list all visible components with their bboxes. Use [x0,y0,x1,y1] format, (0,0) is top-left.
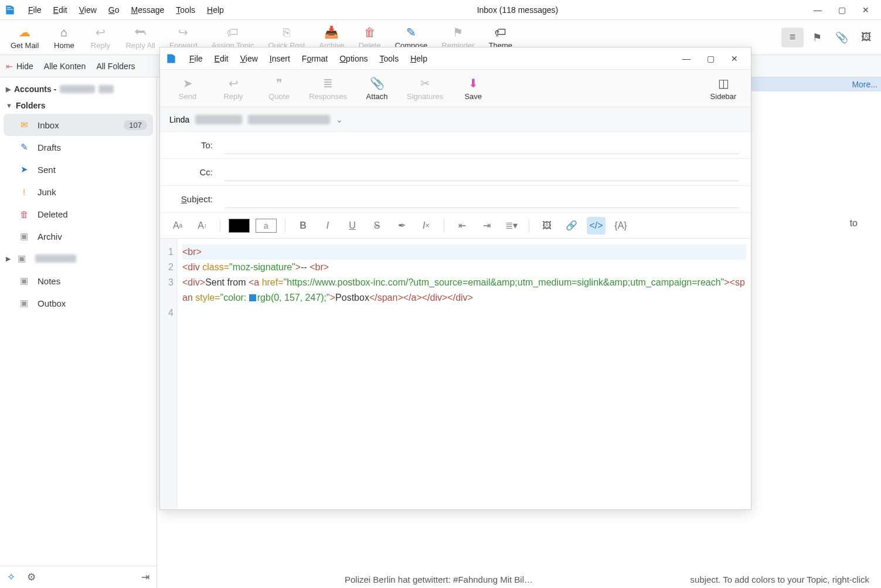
get-mail-label: Get Mail [11,41,39,50]
reply-icon: ↩ [96,25,106,40]
compose-menu-insert[interactable]: Insert [264,52,296,66]
window-title: Inbox (118 messages) [477,5,559,15]
reply-button[interactable]: ↩Reply [82,22,118,52]
attach-icon: 📎 [370,76,385,91]
compose-close-button[interactable]: ✕ [723,52,746,66]
bg-color-swatch[interactable]: a [256,219,277,233]
logout-icon[interactable]: ⇥ [141,571,149,583]
subject-input[interactable] [224,191,739,208]
cc-input[interactable] [224,164,739,181]
compose-menu-options[interactable]: Options [334,52,373,66]
format-toolbar: Aa A↕ a B I U S ✒ I× ⇤ ⇥ ≣▾ 🖼 🔗 </> {A} [160,213,751,239]
menu-file[interactable]: File [22,3,47,17]
attach-view-button[interactable]: 📎 [831,28,853,47]
home-button[interactable]: ⌂Home [46,22,82,52]
folders-header[interactable]: ▼ Folders [0,97,157,114]
hide-panel-button[interactable]: ⇤ Hide [6,62,33,71]
inbox-label: Inbox [38,120,59,130]
highlight-button[interactable]: ✒ [392,217,411,234]
compose-sidebar-button[interactable]: ◫ Sidebar [700,73,746,103]
compose-responses-button[interactable]: ≣Responses [302,73,354,103]
compose-menu-file[interactable]: File [183,52,209,66]
insert-link-button[interactable]: 🔗 [562,217,581,234]
get-mail-button[interactable]: ☁Get Mail [4,22,46,52]
outdent-button[interactable]: ⇤ [453,217,471,234]
folder-junk[interactable]: !Junk [0,181,157,203]
notes-label: Notes [38,276,60,286]
compose-toolbar: ➤Send↩Reply❞Quote≣Responses📎Attach✂Signa… [160,70,751,107]
image-view-button[interactable]: 🖼 [855,28,877,47]
folder-inbox[interactable]: ✉Inbox107 [4,114,153,136]
from-row[interactable]: Linda ⌄ [160,107,751,132]
folder-archiv[interactable]: ▣Archiv [0,225,157,247]
from-dropdown-icon[interactable]: ⌄ [336,115,343,124]
source-code-button[interactable]: </> [587,217,606,234]
folder-custom[interactable]: ▣ [0,247,82,270]
html-source-editor[interactable]: 1234 <br><div class="moz-signature">-- <… [160,239,751,509]
text-color-swatch[interactable] [229,219,250,233]
code-line-2[interactable]: <div class="moz-signature">-- <br> [182,260,746,275]
italic-button[interactable]: I [318,217,337,234]
code-line-1[interactable]: <br> [182,244,746,260]
folder-outbox[interactable]: ▣Outbox [0,292,157,314]
archiv-folder-icon: ▣ [18,230,30,243]
strike-button[interactable]: S [368,217,386,234]
folder-sent[interactable]: ➤Sent [0,158,157,181]
underline-button[interactable]: U [343,217,362,234]
compose-signatures-button[interactable]: ✂Signatures [400,73,450,103]
all-folders-filter[interactable]: All Folders [96,62,135,71]
menu-tools[interactable]: Tools [170,3,201,17]
insert-image-button[interactable]: 🖼 [538,217,556,234]
folder-deleted[interactable]: 🗑Deleted [0,203,157,225]
font-size-increase-button[interactable]: A↕ [193,217,212,234]
compose-send-button[interactable]: ➤Send [165,73,210,103]
sidebar-footer: ✧ ⚙ ⇥ [0,566,157,588]
chevron-right-icon: ▶ [6,86,11,93]
compose-reply-button[interactable]: ↩Reply [210,73,256,103]
menu-help[interactable]: Help [201,3,230,17]
accounts-header[interactable]: ▶ Accounts - [0,81,157,97]
list-button[interactable]: ≣▾ [502,217,521,234]
settings-slider-icon[interactable]: ⚙ [27,571,36,583]
compose-attach-button[interactable]: 📎Attach [354,73,400,103]
to-input[interactable] [224,137,739,154]
compose-save-button[interactable]: ⬇Save [450,73,496,103]
flag-view-button[interactable]: ⚑ [806,28,828,47]
code-line-3[interactable]: <div>Sent from <a href="https://www.post… [182,275,746,305]
minimize-button[interactable]: — [805,3,830,17]
all-accounts-filter[interactable]: Alle Konten [44,62,86,71]
compose-menu-format[interactable]: Format [296,52,334,66]
bold-button[interactable]: B [294,217,312,234]
responses-label: Responses [309,92,347,101]
more-link[interactable]: More... [852,77,877,91]
code-line-4[interactable] [182,305,746,321]
code-body[interactable]: <br><div class="moz-signature">-- <br><d… [178,239,751,509]
messenger-icon[interactable]: ✧ [7,571,15,583]
delete-icon: 🗑 [364,25,376,40]
folder-notes[interactable]: ▣Notes [0,270,157,292]
home-label: Home [54,41,74,50]
home-icon: ⌂ [60,25,67,40]
compose-menu-view[interactable]: View [234,52,264,66]
maximize-button[interactable]: ▢ [830,3,854,17]
layout-view-button[interactable]: ≡ [781,28,804,47]
menu-go[interactable]: Go [103,3,125,17]
indent-button[interactable]: ⇥ [477,217,496,234]
clear-format-button[interactable]: I× [417,217,436,234]
compose-menu-edit[interactable]: Edit [209,52,234,66]
menu-view[interactable]: View [73,3,103,17]
compose-menu-help[interactable]: Help [404,52,433,66]
close-button[interactable]: ✕ [854,3,877,17]
compose-minimize-button[interactable]: — [674,52,699,66]
menu-edit[interactable]: Edit [47,3,73,17]
reply-all-label: Reply All [125,41,155,50]
reply-all-button[interactable]: ⮪Reply All [118,22,162,52]
font-size-decrease-button[interactable]: Aa [168,217,187,234]
compose-quote-button[interactable]: ❞Quote [256,73,302,103]
folder-drafts[interactable]: ✎Drafts [0,136,157,158]
compose-menu-tools[interactable]: Tools [373,52,404,66]
compose-app-icon [165,52,178,65]
placeholder-vars-button[interactable]: {A} [611,217,630,234]
menu-message[interactable]: Message [125,3,171,17]
compose-maximize-button[interactable]: ▢ [699,52,723,66]
